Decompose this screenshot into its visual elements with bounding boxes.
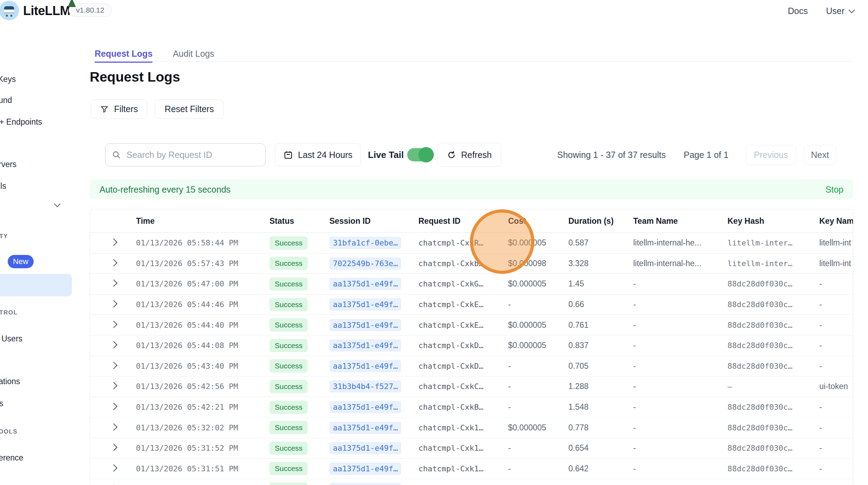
table-row[interactable]: 01/13/2026 05:32:02 PM Success aa1375d1-… xyxy=(90,417,853,438)
request-id-cell: chatcmpl-Cxkb… xyxy=(418,259,508,268)
tab-request-logs[interactable]: Request Logs xyxy=(95,46,152,63)
request-logs-table: Time Status Session ID Request ID Cost D… xyxy=(90,209,853,485)
session-id-link[interactable]: 7022549b-763e… xyxy=(329,257,401,270)
expand-row-icon[interactable] xyxy=(110,362,117,369)
key-name-cell: - xyxy=(819,279,853,289)
expand-row-icon[interactable] xyxy=(110,341,117,348)
time-cell: 01/13/2026 05:44:40 PM xyxy=(136,321,269,330)
litellm-logo-icon xyxy=(0,1,19,20)
funnel-icon xyxy=(100,105,109,114)
session-id-link[interactable]: aa1375d1-e49f… xyxy=(329,422,401,434)
table-row[interactable]: 01/13/2026 05:31:52 PM Success aa1375d1-… xyxy=(90,438,853,459)
table-row[interactable]: 01/13/2026 05:47:00 PM Success aa1375d1-… xyxy=(90,274,853,295)
expand-row-icon[interactable] xyxy=(110,321,117,328)
table-row[interactable]: 01/13/2026 05:42:56 PM Success 31b3b4b4-… xyxy=(90,376,853,397)
status-badge: Success xyxy=(269,483,308,485)
status-badge: Success xyxy=(269,298,308,311)
table-row[interactable]: 01/13/2026 05:58:44 PM Success 31bfa1cf-… xyxy=(90,233,853,254)
expand-row-icon[interactable] xyxy=(110,423,117,431)
column-header-request-id: Request ID xyxy=(418,216,508,226)
key-hash-cell: litellm-inter… xyxy=(727,238,819,247)
session-id-link[interactable]: aa1375d1-e49f… xyxy=(329,298,401,311)
chevron-down-icon xyxy=(848,7,855,13)
live-tail-toggle[interactable] xyxy=(407,148,433,161)
column-header-status: Status xyxy=(269,216,329,226)
reset-filters-label: Reset Filters xyxy=(165,104,214,114)
sidebar-item-models-endpoints[interactable]: + Endpoints xyxy=(0,115,42,129)
key-hash-cell: – xyxy=(727,382,819,391)
session-id-link[interactable]: aa1375d1-e49f… xyxy=(329,319,401,331)
table-row[interactable]: 01/13/2026 05:31:38 PM Success aa1375d1-… xyxy=(90,479,853,485)
duration-cell: 0.761 xyxy=(568,320,633,330)
sidebar-item-playground[interactable]: und xyxy=(0,93,12,107)
auto-refresh-banner: Auto-refreshing every 15 seconds Stop xyxy=(90,180,853,199)
refresh-icon xyxy=(447,150,456,160)
reset-filters-button[interactable]: Reset Filters xyxy=(155,99,224,119)
request-id-cell: chatcmpl-Cxk1… xyxy=(418,444,508,452)
sidebar-item-internal-users[interactable]: Users xyxy=(1,332,22,346)
sidebar-item-guardrails[interactable]: ils xyxy=(0,179,6,193)
key-hash-cell: 88dc28d0f030c… xyxy=(727,279,819,288)
sidebar-collapse-icon[interactable] xyxy=(54,201,60,207)
sidebar-item-api-reference[interactable]: erence xyxy=(0,451,23,465)
key-name-cell: ui-token xyxy=(819,382,853,391)
duration-cell: 1.288 xyxy=(568,382,633,391)
tab-audit-logs[interactable]: Audit Logs xyxy=(173,46,214,62)
table-body: 01/13/2026 05:58:44 PM Success 31bfa1cf-… xyxy=(90,233,853,485)
table-row[interactable]: 01/13/2026 05:57:43 PM Success 7022549b-… xyxy=(90,254,853,274)
docs-link[interactable]: Docs xyxy=(788,6,808,16)
expand-row-icon[interactable] xyxy=(110,464,117,472)
refresh-button[interactable]: Refresh xyxy=(437,143,501,167)
next-page-button[interactable]: Next xyxy=(804,145,836,165)
sidebar-item-servers[interactable]: rvers xyxy=(0,157,16,171)
table-row[interactable]: 01/13/2026 05:44:40 PM Success aa1375d1-… xyxy=(90,315,853,335)
table-row[interactable]: 01/13/2026 05:44:08 PM Success aa1375d1-… xyxy=(90,335,853,356)
expand-row-icon[interactable] xyxy=(110,238,117,246)
expand-row-icon[interactable] xyxy=(110,382,117,389)
duration-cell: 0.587 xyxy=(568,238,633,248)
request-id-cell: chatcmpl-CxkB… xyxy=(418,403,508,411)
sidebar-item-organizations[interactable]: ations xyxy=(0,374,20,388)
expand-row-icon[interactable] xyxy=(110,259,117,266)
session-id-link[interactable]: aa1375d1-e49f… xyxy=(329,401,401,413)
column-header-duration: Duration (s) xyxy=(568,216,633,226)
user-menu-label: User xyxy=(826,6,845,16)
table-row[interactable]: 01/13/2026 05:43:40 PM Success aa1375d1-… xyxy=(90,356,853,377)
session-id-link[interactable]: aa1375d1-e49f… xyxy=(329,339,401,352)
session-id-link[interactable]: 31bfa1cf-0ebe… xyxy=(329,237,401,249)
table-row[interactable]: 01/13/2026 05:42:21 PM Success aa1375d1-… xyxy=(90,397,853,418)
previous-page-button[interactable]: Previous xyxy=(746,145,796,165)
new-badge: New xyxy=(8,255,34,268)
request-id-cell: chatcmpl-CxkR… xyxy=(418,238,508,247)
stop-auto-refresh-link[interactable]: Stop xyxy=(826,185,843,195)
sidebar-item-logs-selected[interactable] xyxy=(0,274,72,296)
session-id-link[interactable]: aa1375d1-e49f… xyxy=(329,360,401,372)
key-hash-cell: 88dc28d0f030c… xyxy=(727,464,819,473)
search-input[interactable] xyxy=(126,150,259,160)
expand-row-icon[interactable] xyxy=(110,403,117,410)
session-id-link[interactable]: aa1375d1-e49f… xyxy=(329,442,401,454)
sidebar: Keys und + Endpoints rvers ils TY New TR… xyxy=(0,0,72,485)
user-menu[interactable]: User xyxy=(826,6,854,16)
key-hash-cell: 88dc28d0f030c… xyxy=(727,341,819,350)
column-header-cost: Cost xyxy=(508,216,568,226)
session-id-link[interactable]: aa1375d1-e49f… xyxy=(329,463,401,475)
expand-row-icon[interactable] xyxy=(110,444,117,451)
sidebar-item-teams[interactable]: s xyxy=(0,396,4,410)
team-name-cell: - xyxy=(633,300,727,309)
expand-row-icon[interactable] xyxy=(110,279,117,287)
session-id-link[interactable]: aa1375d1-e49f… xyxy=(329,483,401,485)
session-id-link[interactable]: 31b3b4b4-f527… xyxy=(329,380,401,393)
table-row[interactable]: 01/13/2026 05:31:51 PM Success aa1375d1-… xyxy=(90,459,853,479)
time-range-button[interactable]: Last 24 Hours xyxy=(275,143,361,166)
key-name-cell: litellm-int xyxy=(819,238,853,248)
session-id-link[interactable]: aa1375d1-e49f… xyxy=(329,278,401,290)
table-row[interactable]: 01/13/2026 05:44:46 PM Success aa1375d1-… xyxy=(90,295,853,315)
sidebar-item-virtual-keys[interactable]: Keys xyxy=(0,72,16,86)
cost-cell: - xyxy=(508,382,568,391)
status-badge: Success xyxy=(269,442,308,455)
results-summary: Showing 1 - 37 of 37 results xyxy=(557,143,666,166)
expand-row-icon[interactable] xyxy=(110,300,117,307)
time-range-label: Last 24 Hours xyxy=(298,150,353,160)
filters-button[interactable]: Filters xyxy=(91,99,147,119)
